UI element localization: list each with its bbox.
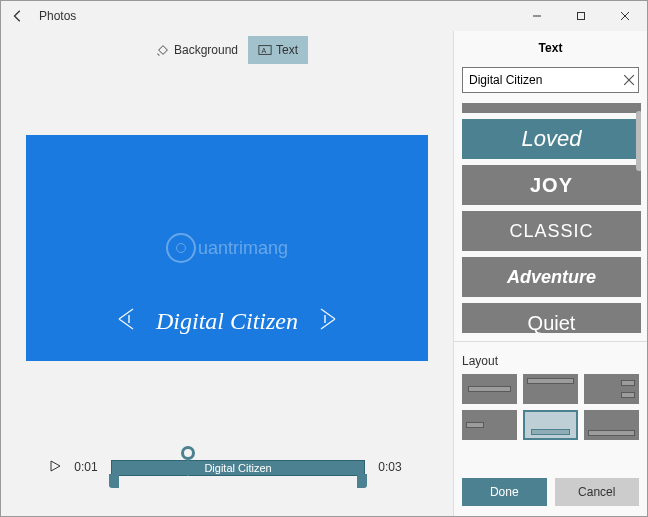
watermark: uantrimang: [166, 233, 288, 263]
back-button[interactable]: [1, 1, 35, 31]
style-card-quiet[interactable]: Quiet: [462, 303, 641, 333]
style-card-loved[interactable]: Loved: [462, 119, 641, 159]
text-input-wrap: [462, 67, 639, 93]
app-title: Photos: [39, 9, 76, 23]
layout-option-4[interactable]: [462, 410, 517, 440]
cancel-button[interactable]: Cancel: [555, 478, 640, 506]
time-start: 0:01: [71, 460, 101, 474]
background-mode-label: Background: [174, 43, 238, 57]
style-card-classic[interactable]: CLASSIC: [462, 211, 641, 251]
style-card-joy[interactable]: JOY: [462, 165, 641, 205]
style-card-peek[interactable]: [462, 103, 641, 113]
layout-option-2[interactable]: [523, 374, 578, 404]
subtitle-overlay[interactable]: Digital Citizen: [26, 305, 428, 337]
done-button[interactable]: Done: [462, 478, 547, 506]
text-input[interactable]: [462, 67, 639, 93]
text-mode-label: Text: [276, 43, 298, 57]
svg-rect-1: [578, 13, 585, 20]
background-mode-button[interactable]: Background: [146, 36, 248, 64]
svg-text:A: A: [262, 47, 267, 54]
timeline-track[interactable]: Digital Citizen: [111, 442, 365, 492]
stretch-handle-left-icon[interactable]: [116, 305, 138, 337]
maximize-button[interactable]: [559, 1, 603, 31]
preview-area: uantrimang Digital Citizen: [1, 69, 453, 428]
layout-option-1[interactable]: [462, 374, 517, 404]
clip-bar[interactable]: Digital Citizen: [111, 460, 365, 476]
play-button[interactable]: [49, 458, 61, 476]
titlebar: Photos: [1, 1, 647, 31]
text-mode-button[interactable]: A Text: [248, 36, 308, 64]
subtitle-text: Digital Citizen: [156, 308, 298, 335]
clip-trim-end[interactable]: [357, 474, 367, 488]
mode-toolbar: Background A Text: [1, 31, 453, 69]
text-panel: Text Loved JOY CLASSIC Adventure Quiet L…: [453, 31, 647, 516]
scrollbar[interactable]: [636, 111, 641, 171]
window-controls: [515, 1, 647, 31]
layout-title: Layout: [462, 354, 639, 368]
timeline: 0:01 Digital Citizen 0:03: [1, 428, 453, 516]
clip-trim-start[interactable]: [109, 474, 119, 488]
layout-option-6[interactable]: [584, 410, 639, 440]
main-area: Background A Text uantrimang Digital Cit…: [1, 31, 453, 516]
close-button[interactable]: [603, 1, 647, 31]
stretch-handle-right-icon[interactable]: [316, 305, 338, 337]
panel-buttons: Done Cancel: [454, 468, 647, 516]
clear-input-icon[interactable]: [623, 72, 635, 90]
layout-option-5[interactable]: [523, 410, 578, 440]
style-card-adventure[interactable]: Adventure: [462, 257, 641, 297]
layout-section: Layout: [462, 354, 639, 440]
layout-option-3[interactable]: [584, 374, 639, 404]
minimize-button[interactable]: [515, 1, 559, 31]
text-icon: A: [258, 43, 272, 57]
panel-title: Text: [454, 31, 647, 67]
time-end: 0:03: [375, 460, 405, 474]
style-list[interactable]: Loved JOY CLASSIC Adventure Quiet: [462, 103, 641, 333]
preview-canvas[interactable]: uantrimang Digital Citizen: [26, 135, 428, 361]
paint-bucket-icon: [156, 43, 170, 57]
